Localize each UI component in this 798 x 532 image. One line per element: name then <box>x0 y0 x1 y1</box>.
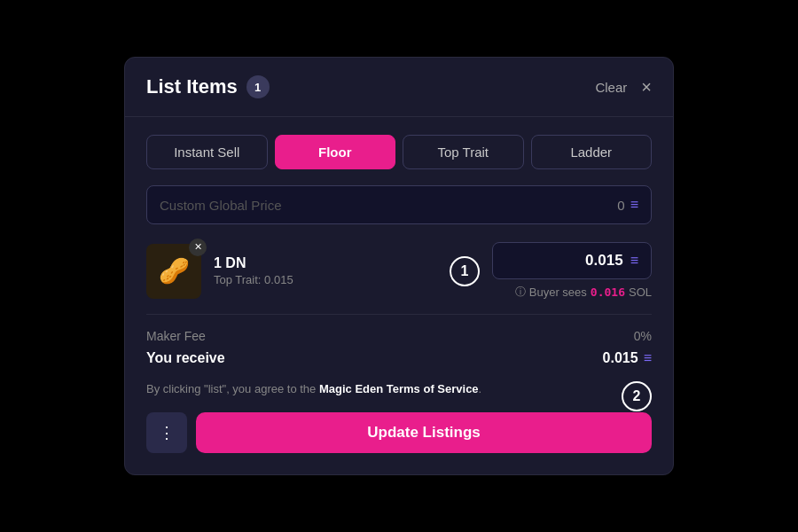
item-image-wrap: 🥜 ✕ <box>146 244 201 299</box>
modal-title: List Items <box>146 75 238 98</box>
buyer-sees-currency: SOL <box>629 286 652 299</box>
item-info: 1 DN Top Trait: 0.015 <box>214 255 437 286</box>
maker-fee-value: 0% <box>634 329 652 343</box>
you-receive-label: You receive <box>146 350 225 366</box>
item-price-input[interactable] <box>505 252 623 270</box>
step-2-circle: 2 <box>622 381 652 411</box>
modal-header: List Items 1 Clear × <box>125 58 673 117</box>
item-emoji: 🥜 <box>159 256 190 286</box>
more-icon: ⋮ <box>159 423 175 442</box>
tab-group: Instant Sell Floor Top Trait Ladder <box>146 135 652 169</box>
update-listings-button[interactable]: Update Listings <box>196 412 652 453</box>
you-receive-sol-icon: ≡ <box>644 350 652 366</box>
maker-fee-row: Maker Fee 0% <box>146 329 652 343</box>
modal-body: Instant Sell Floor Top Trait Ladder 0 ≡ … <box>125 117 673 474</box>
tos-row: By clicking "list", you agree to the Mag… <box>146 380 652 412</box>
list-items-modal: List Items 1 Clear × Instant Sell Floor … <box>124 57 674 475</box>
you-receive-row: You receive 0.015 ≡ <box>146 350 652 366</box>
divider <box>146 314 652 315</box>
tab-instant-sell[interactable]: Instant Sell <box>146 135 268 169</box>
buyer-sees-label: Buyer sees <box>529 286 587 299</box>
price-input-wrap: ≡ ⓘ Buyer sees 0.016 SOL <box>492 242 652 300</box>
header-right: Clear × <box>595 78 652 96</box>
tab-top-trait[interactable]: Top Trait <box>403 135 524 169</box>
header-left: List Items 1 <box>146 75 270 98</box>
item-price-sol-icon: ≡ <box>630 253 638 269</box>
global-price-value: 0 <box>617 198 624 213</box>
tos-prefix: By clicking "list", you agree to the <box>146 382 319 395</box>
tab-ladder[interactable]: Ladder <box>531 135 653 169</box>
item-count-badge: 1 <box>246 75 270 98</box>
global-price-sol-icon: ≡ <box>630 197 638 213</box>
global-price-input[interactable] <box>160 198 617 213</box>
remove-item-button[interactable]: ✕ <box>189 239 207 256</box>
global-price-field: 0 ≡ <box>146 185 652 224</box>
clear-button[interactable]: Clear <box>595 80 627 95</box>
info-icon: ⓘ <box>515 285 526 300</box>
you-receive-amount: 0.015 <box>603 350 638 366</box>
tos-link[interactable]: Magic Eden Terms of Service <box>319 382 479 395</box>
price-input-box: ≡ <box>492 242 652 279</box>
buyer-sees-value: 0.016 <box>591 286 625 299</box>
item-name: 1 DN <box>214 255 437 271</box>
item-trait: Top Trait: 0.015 <box>214 273 437 286</box>
tos-suffix: . <box>479 382 482 395</box>
tos-text: By clicking "list", you agree to the Mag… <box>146 380 481 398</box>
maker-fee-label: Maker Fee <box>146 329 206 343</box>
you-receive-value: 0.015 ≡ <box>603 350 652 366</box>
more-options-button[interactable]: ⋮ <box>146 412 187 453</box>
buyer-sees-row: ⓘ Buyer sees 0.016 SOL <box>515 285 652 300</box>
footer-actions: ⋮ Update Listings <box>146 412 652 457</box>
tab-floor[interactable]: Floor <box>275 135 396 169</box>
close-button[interactable]: × <box>641 78 652 96</box>
item-row: 🥜 ✕ 1 DN Top Trait: 0.015 1 ≡ ⓘ Buyer se… <box>146 242 652 300</box>
step-1-circle: 1 <box>450 256 480 286</box>
